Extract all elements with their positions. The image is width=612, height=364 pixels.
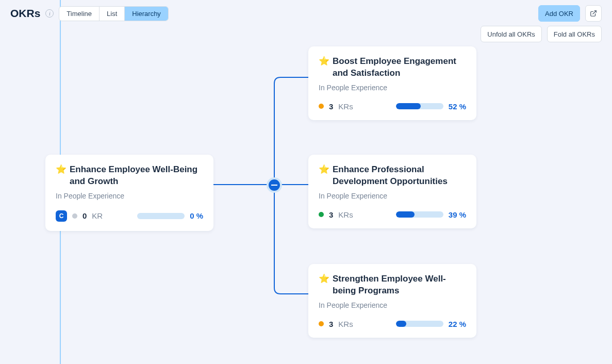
okr-title: ⭐ Enhance Professional Development Oppor… [319,164,466,188]
progress-bar [137,213,185,219]
kr-label: KRs [338,210,353,219]
progress-bar [396,103,443,109]
okr-title-text: Enhance Professional Development Opportu… [333,164,466,188]
kr-label: KR [92,211,103,220]
status-dot [72,213,77,219]
okr-card-child[interactable]: ⭐ Strengthen Employee Well-being Program… [308,264,476,338]
info-icon[interactable]: i [45,9,54,18]
status-dot [319,321,324,326]
tab-list[interactable]: List [100,7,125,21]
fold-all-button[interactable]: Fold all OKRs [547,26,602,42]
kr-label: KRs [338,320,353,328]
kr-label: KRs [338,102,353,111]
star-icon: ⭐ [56,164,67,188]
owner-avatar-badge: C [56,210,67,222]
okr-card-child[interactable]: ⭐ Boost Employee Engagement and Satisfac… [308,46,476,120]
svg-line-0 [593,11,596,14]
tab-hierarchy[interactable]: Hierarchy [125,7,168,21]
okr-title: ⭐ Enhance Employee Well-Being and Growth [56,164,203,188]
view-tabs: Timeline List Hierarchy [59,6,169,21]
okr-title-text: Enhance Employee Well-Being and Growth [70,164,203,188]
star-icon: ⭐ [319,273,329,297]
okr-team: In People Experience [319,84,466,92]
kr-count: 0 [82,211,87,220]
okr-title: ⭐ Strengthen Employee Well-being Program… [319,273,466,297]
progress-percent: 39 % [449,210,466,219]
page-title: OKRs [10,7,40,20]
external-link-button[interactable] [585,5,602,22]
add-okr-button[interactable]: Add OKR [538,5,580,22]
progress-percent: 52 % [449,102,466,111]
okr-title: ⭐ Boost Employee Engagement and Satisfac… [319,56,466,79]
progress-bar [396,211,443,218]
unfold-all-button[interactable]: Unfold all OKRs [481,26,541,42]
okr-team: In People Experience [319,192,466,200]
external-link-icon [590,10,597,17]
okr-title-text: Boost Employee Engagement and Satisfacti… [333,56,466,79]
kr-count: 3 [329,102,333,111]
okr-team: In People Experience [319,301,466,309]
okr-card-child[interactable]: ⭐ Enhance Professional Development Oppor… [308,155,476,228]
progress-bar [396,321,443,327]
kr-count: 3 [329,320,333,328]
top-bar: OKRs i Timeline List Hierarchy Add OKR [0,0,612,27]
tab-timeline[interactable]: Timeline [59,7,100,21]
collapse-toggle-button[interactable] [267,177,282,193]
star-icon: ⭐ [319,164,329,188]
status-dot [319,104,324,109]
okr-team: In People Experience [56,192,203,200]
status-dot [319,212,324,217]
star-icon: ⭐ [319,56,329,79]
fold-action-row: Unfold all OKRs Fold all OKRs [481,26,602,42]
okr-card-root[interactable]: ⭐ Enhance Employee Well-Being and Growth… [45,155,213,231]
okr-title-text: Strengthen Employee Well-being Programs [333,273,466,297]
minus-icon [271,185,277,186]
hierarchy-canvas[interactable]: ⭐ Enhance Employee Well-Being and Growth… [0,0,612,364]
kr-count: 3 [329,210,333,219]
progress-percent: 22 % [449,320,466,328]
progress-percent: 0 % [190,211,203,220]
